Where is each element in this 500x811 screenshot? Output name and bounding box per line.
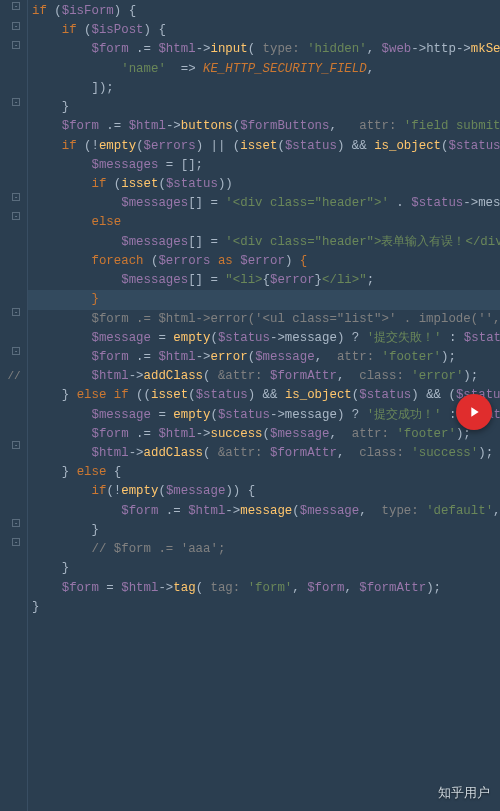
code-line[interactable]: 'name' => KE_HTTP_SECURITY_FIELD,	[28, 60, 500, 79]
code-line[interactable]: if (!empty($errors) || (isset($status) &…	[28, 137, 500, 156]
code-line[interactable]: else	[28, 213, 500, 232]
fold-toggle[interactable]: -	[12, 347, 20, 355]
code-line[interactable]: $message = empty($status->message) ? '提交…	[28, 329, 500, 348]
floating-action-button[interactable]	[456, 394, 492, 430]
watermark: 知乎用户	[438, 783, 490, 803]
code-line[interactable]: $messages[] = "<li>{$error}</li>";	[28, 271, 500, 290]
code-line[interactable]: }	[28, 598, 500, 617]
fold-toggle[interactable]: -	[12, 2, 20, 10]
code-line[interactable]: foreach ($errors as $error) {	[28, 252, 500, 271]
code-line[interactable]: }	[28, 290, 500, 309]
fold-toggle[interactable]: -	[12, 98, 20, 106]
code-line[interactable]: }	[28, 98, 500, 117]
code-line[interactable]: if(!empty($message)) {	[28, 482, 500, 501]
code-line[interactable]: $form .= $html->buttons($formButtons, at…	[28, 117, 500, 136]
code-line[interactable]: if ($isForm) {	[28, 2, 500, 21]
code-line[interactable]: $form .= $html->input( type: 'hidden', $…	[28, 40, 500, 59]
fold-toggle[interactable]: -	[12, 41, 20, 49]
fold-toggle[interactable]: -	[12, 193, 20, 201]
code-line[interactable]: if (isset($status))	[28, 175, 500, 194]
code-line[interactable]: }	[28, 521, 500, 540]
gutter-comment-marker: //	[0, 368, 28, 385]
code-line[interactable]: $html->addClass( &attr: $formAttr, class…	[28, 367, 500, 386]
code-editor[interactable]: if ($isForm) { if ($isPost) { $form .= $…	[28, 2, 500, 617]
fold-toggle[interactable]: -	[12, 519, 20, 527]
fold-toggle[interactable]: -	[12, 538, 20, 546]
code-line[interactable]: $message = empty($status->message) ? '提交…	[28, 406, 500, 425]
code-line[interactable]: $form .= $html->error($message, attr: 'f…	[28, 348, 500, 367]
code-line[interactable]: $messages[] = '<div class="header">表单输入有…	[28, 233, 500, 252]
code-line[interactable]: } else {	[28, 463, 500, 482]
fold-toggle[interactable]: -	[12, 212, 20, 220]
fold-toggle[interactable]: -	[12, 22, 20, 30]
code-line[interactable]: // $form .= 'aaa';	[28, 540, 500, 559]
gutter: ----------- //	[0, 0, 28, 811]
code-line[interactable]: $html->addClass( &attr: $formAttr, class…	[28, 444, 500, 463]
fold-toggle[interactable]: -	[12, 308, 20, 316]
code-line[interactable]: $form .= $html->success($message, attr: …	[28, 425, 500, 444]
code-line[interactable]: $messages[] = '<div class="header">' . $…	[28, 194, 500, 213]
code-line[interactable]: } else if ((isset($status) && is_object(…	[28, 386, 500, 405]
play-icon	[466, 404, 482, 420]
code-line[interactable]: }	[28, 559, 500, 578]
code-line[interactable]: $form .= $html->message($message, type: …	[28, 502, 500, 521]
fold-toggle[interactable]: -	[12, 441, 20, 449]
code-line[interactable]: $form .= $html->error('<ul class="list">…	[28, 310, 500, 329]
code-line[interactable]: ]);	[28, 79, 500, 98]
code-line[interactable]: $messages = [];	[28, 156, 500, 175]
code-line[interactable]: $form = $html->tag( tag: 'form', $form, …	[28, 579, 500, 598]
code-line[interactable]: if ($isPost) {	[28, 21, 500, 40]
